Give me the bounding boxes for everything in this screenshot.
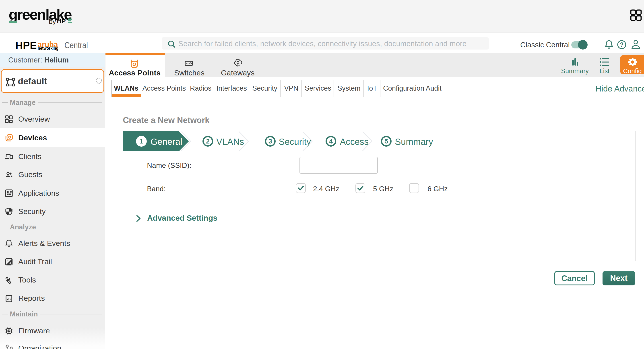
svg-text:?: ? [620,41,624,48]
